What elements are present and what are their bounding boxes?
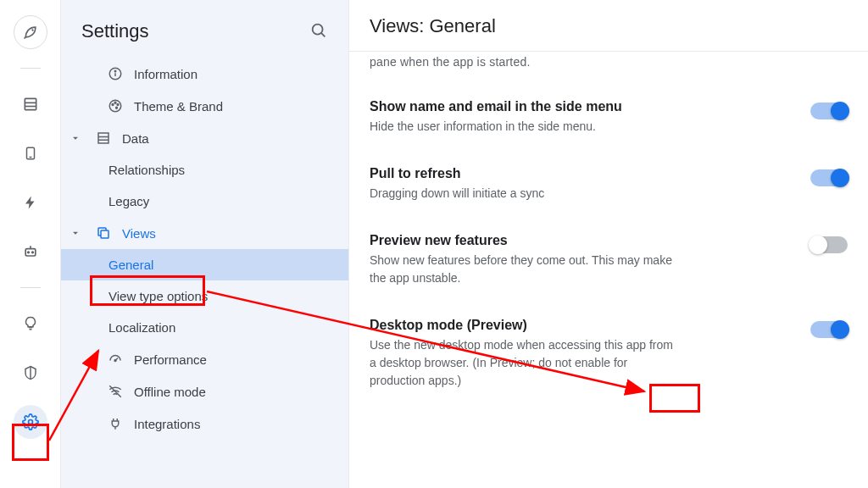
setting-description: Dragging down will initiate a sync <box>370 185 544 202</box>
svg-rect-0 <box>25 98 36 109</box>
sidebar-item-theme[interactable]: Theme & Brand <box>61 90 348 122</box>
sidebar-item-legacy[interactable]: Legacy <box>61 186 348 217</box>
robot-icon[interactable] <box>14 235 47 269</box>
database-icon[interactable] <box>14 87 47 121</box>
sidebar-item-relationships[interactable]: Relationships <box>61 154 348 186</box>
svg-point-9 <box>28 420 32 424</box>
rocket-icon[interactable] <box>14 15 47 49</box>
sidebar-item-localization[interactable]: Localization <box>61 312 348 343</box>
svg-point-14 <box>114 70 116 72</box>
table-icon <box>95 130 112 146</box>
toggle-desktop-mode[interactable] <box>810 321 848 338</box>
rail-separator <box>20 287 41 288</box>
setting-preview-new-features: Preview new features Show new features b… <box>370 218 848 302</box>
svg-rect-23 <box>101 230 108 238</box>
chevron-down-icon[interactable] <box>70 227 85 239</box>
content-scroll[interactable]: pane when the app is started. Show name … <box>349 52 868 488</box>
toggle-preview-new-features[interactable] <box>810 236 848 253</box>
svg-rect-20 <box>98 133 108 143</box>
sidebar-item-information[interactable]: Information <box>61 58 348 90</box>
sidebar-item-offline-mode[interactable]: Offline mode <box>61 375 348 408</box>
copy-icon <box>95 225 112 241</box>
plug-icon <box>107 416 124 431</box>
setting-title: Pull to refresh <box>370 166 544 181</box>
setting-desktop-mode: Desktop mode (Preview) Use the new deskt… <box>370 302 848 405</box>
toggle-show-name-email[interactable] <box>810 103 848 119</box>
settings-sidebar: Settings Information Theme & Brand Data … <box>61 0 349 488</box>
rail-separator <box>20 68 41 69</box>
setting-description: Show new features before they come out. … <box>370 252 675 287</box>
page-title: Views: General <box>349 0 868 52</box>
svg-line-11 <box>321 32 325 36</box>
prev-setting-desc-fragment: pane when the app is started. <box>370 52 848 84</box>
info-icon <box>107 66 124 81</box>
sidebar-item-label: Information <box>134 67 198 81</box>
palette-icon <box>107 98 124 114</box>
main-panel: Views: General pane when the app is star… <box>349 0 868 488</box>
sidebar-header: Settings <box>61 7 348 58</box>
setting-pull-to-refresh: Pull to refresh Dragging down will initi… <box>370 151 848 218</box>
sidebar-item-view-type-options[interactable]: View type options <box>61 280 348 312</box>
setting-description: Hide the user information in the side me… <box>370 118 622 136</box>
svg-point-10 <box>313 24 323 34</box>
svg-point-6 <box>27 252 29 253</box>
sidebar-item-label: Offline mode <box>134 385 206 399</box>
sidebar-item-label: Localization <box>108 320 175 335</box>
wifi-off-icon <box>107 384 124 399</box>
setting-title: Show name and email in the side menu <box>370 99 622 114</box>
sidebar-item-label: Views <box>122 226 156 241</box>
sidebar-item-data[interactable]: Data <box>61 122 348 154</box>
sidebar-title: Settings <box>81 20 149 42</box>
sidebar-item-integrations[interactable]: Integrations <box>61 408 348 440</box>
svg-point-19 <box>116 107 118 108</box>
search-icon[interactable] <box>309 21 328 42</box>
setting-description: Use the new desktop mode when accessing … <box>370 336 675 390</box>
svg-point-25 <box>114 360 116 362</box>
toggle-pull-to-refresh[interactable] <box>810 169 848 186</box>
chevron-down-icon[interactable] <box>70 132 85 144</box>
bolt-icon[interactable] <box>14 186 47 219</box>
svg-point-7 <box>31 252 33 253</box>
sidebar-item-label: Performance <box>134 352 207 367</box>
sidebar-item-label: Integrations <box>134 417 200 431</box>
setting-show-name-email: Show name and email in the side menu Hid… <box>370 84 848 151</box>
setting-title: Desktop mode (Preview) <box>370 318 675 333</box>
setting-title: Preview new features <box>370 233 675 248</box>
lightbulb-icon[interactable] <box>14 307 47 341</box>
sidebar-item-label: Data <box>122 131 149 146</box>
shield-icon[interactable] <box>14 356 47 390</box>
sidebar-item-performance[interactable]: Performance <box>61 343 348 375</box>
sidebar-item-label: Legacy <box>108 194 149 208</box>
mobile-icon[interactable] <box>14 136 47 170</box>
sidebar-item-label: Relationships <box>108 163 185 177</box>
gear-icon[interactable] <box>14 405 47 439</box>
left-rail <box>0 0 61 488</box>
sidebar-item-label: General <box>108 258 153 272</box>
svg-point-18 <box>117 104 119 106</box>
sidebar-item-label: Theme & Brand <box>134 99 223 114</box>
speed-icon <box>107 352 124 367</box>
svg-point-16 <box>112 104 114 106</box>
sidebar-item-general[interactable]: General <box>61 249 348 280</box>
sidebar-item-label: View type options <box>108 289 208 303</box>
sidebar-item-views[interactable]: Views <box>61 217 348 249</box>
svg-point-17 <box>114 102 116 103</box>
